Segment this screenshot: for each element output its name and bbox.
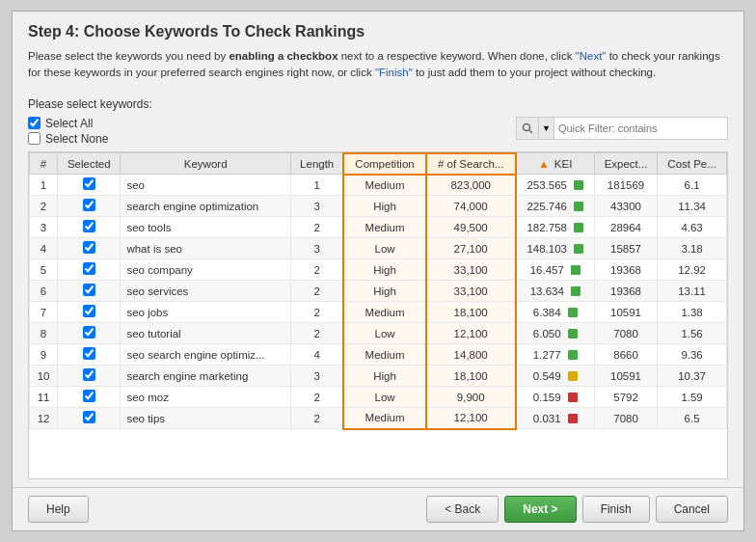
cell-keyword: seo tools xyxy=(121,217,291,238)
cell-competition: High xyxy=(343,281,425,302)
row-checkbox[interactable] xyxy=(83,347,95,360)
cell-length: 3 xyxy=(290,196,343,217)
cell-competition: Medium xyxy=(343,302,425,323)
cell-competition: High xyxy=(343,366,425,387)
cell-competition: Low xyxy=(343,238,425,259)
row-checkbox[interactable] xyxy=(83,368,95,381)
cell-kei: 0.159 xyxy=(516,387,595,408)
cell-cost: 1.59 xyxy=(658,387,727,408)
row-checkbox[interactable] xyxy=(83,284,95,296)
cell-competition: Medium xyxy=(343,408,425,429)
cell-kei: 16.457 xyxy=(516,259,595,281)
cell-cost: 3.18 xyxy=(658,238,727,259)
select-none-checkbox[interactable] xyxy=(28,132,40,145)
search-icon xyxy=(522,122,533,134)
select-none-checkbox-label[interactable]: Select None xyxy=(28,132,108,146)
keywords-table-wrapper[interactable]: # Selected Keyword Length Competition # … xyxy=(28,151,728,480)
cell-searches: 12,100 xyxy=(426,408,516,429)
table-row: 6 seo services 2 High 33,100 13.634 1936… xyxy=(30,281,727,302)
kei-indicator xyxy=(571,265,580,275)
table-row: 2 search engine optimization 3 High 74,0… xyxy=(30,196,727,217)
row-checkbox[interactable] xyxy=(83,220,95,232)
row-checkbox[interactable] xyxy=(83,177,95,190)
cell-selected[interactable] xyxy=(58,366,121,387)
cell-kei: 13.634 xyxy=(516,281,595,302)
cell-num: 8 xyxy=(30,323,58,344)
select-all-checkbox[interactable] xyxy=(28,117,40,129)
kei-indicator xyxy=(568,350,578,360)
next-button[interactable]: Next > xyxy=(504,496,576,523)
col-header-searches: # of Search... xyxy=(426,153,516,175)
table-header-row: # Selected Keyword Length Competition # … xyxy=(30,153,727,175)
cell-selected[interactable] xyxy=(58,344,121,366)
main-dialog: Step 4: Choose Keywords To Check Ranking… xyxy=(12,11,744,531)
cell-selected[interactable] xyxy=(58,387,121,408)
cell-cost: 4.63 xyxy=(658,217,727,238)
row-checkbox[interactable] xyxy=(83,326,95,339)
cell-selected[interactable] xyxy=(58,238,121,259)
help-button[interactable]: Help xyxy=(28,496,89,523)
cell-num: 1 xyxy=(30,175,58,196)
dialog-footer: Help < Back Next > Finish Cancel xyxy=(13,487,743,530)
cell-searches: 9,900 xyxy=(426,387,516,408)
cell-selected[interactable] xyxy=(58,281,121,302)
cell-expect: 7080 xyxy=(594,408,657,429)
cell-length: 2 xyxy=(290,387,343,408)
cell-num: 2 xyxy=(30,196,58,217)
cell-num: 4 xyxy=(30,238,58,259)
cell-searches: 823,000 xyxy=(426,175,516,196)
finish-button[interactable]: Finish xyxy=(582,496,650,523)
row-checkbox[interactable] xyxy=(83,262,95,275)
table-row: 8 seo tutorial 2 Low 12,100 6.050 7080 1… xyxy=(30,323,727,344)
col-header-num: # xyxy=(30,153,58,175)
row-checkbox[interactable] xyxy=(83,305,95,317)
cell-expect: 10591 xyxy=(594,302,657,323)
table-row: 12 seo tips 2 Medium 12,100 0.031 7080 6… xyxy=(30,408,727,429)
col-header-length: Length xyxy=(290,153,343,175)
cell-keyword: seo tips xyxy=(121,408,291,429)
kei-indicator xyxy=(568,393,578,402)
row-checkbox[interactable] xyxy=(83,390,95,402)
cell-searches: 49,500 xyxy=(426,217,516,238)
cell-searches: 33,100 xyxy=(426,259,516,281)
cell-num: 10 xyxy=(30,366,58,387)
cell-keyword: what is seo xyxy=(121,238,291,259)
dialog-body: Please select keywords: Select All Selec… xyxy=(13,90,743,488)
cancel-button[interactable]: Cancel xyxy=(656,496,728,523)
kei-indicator xyxy=(574,202,583,211)
filter-input[interactable] xyxy=(554,122,727,134)
cell-keyword: seo search engine optimiz... xyxy=(121,344,291,366)
cell-keyword: seo services xyxy=(121,281,291,302)
cell-num: 12 xyxy=(30,408,58,429)
cell-expect: 7080 xyxy=(594,323,657,344)
cell-length: 2 xyxy=(290,281,343,302)
cell-keyword: seo jobs xyxy=(121,302,291,323)
select-all-checkbox-label[interactable]: Select All xyxy=(28,117,108,130)
col-header-cost: Cost Pe... xyxy=(658,153,727,175)
cell-selected[interactable] xyxy=(58,175,121,196)
cell-competition: Low xyxy=(343,323,425,344)
cell-selected[interactable] xyxy=(58,196,121,217)
row-checkbox[interactable] xyxy=(83,241,95,254)
filter-search-button[interactable] xyxy=(517,118,539,139)
kei-indicator xyxy=(568,414,578,423)
cell-competition: Medium xyxy=(343,175,425,196)
filter-dropdown-button[interactable]: ▼ xyxy=(539,118,554,139)
kei-indicator xyxy=(571,286,580,296)
row-checkbox[interactable] xyxy=(83,199,95,211)
cell-keyword: search engine optimization xyxy=(121,196,291,217)
cell-cost: 11.34 xyxy=(658,196,727,217)
cell-selected[interactable] xyxy=(58,217,121,238)
table-row: 4 what is seo 3 Low 27,100 148.103 15857… xyxy=(30,238,727,259)
cell-selected[interactable] xyxy=(58,302,121,323)
cell-searches: 14,800 xyxy=(426,344,516,366)
cell-length: 2 xyxy=(290,323,343,344)
cell-selected[interactable] xyxy=(58,259,121,281)
cell-selected[interactable] xyxy=(58,408,121,429)
back-button[interactable]: < Back xyxy=(426,496,499,523)
cell-competition: Medium xyxy=(343,217,425,238)
col-header-competition: Competition xyxy=(343,153,425,175)
cell-expect: 43300 xyxy=(594,196,657,217)
row-checkbox[interactable] xyxy=(83,411,95,423)
cell-selected[interactable] xyxy=(58,323,121,344)
